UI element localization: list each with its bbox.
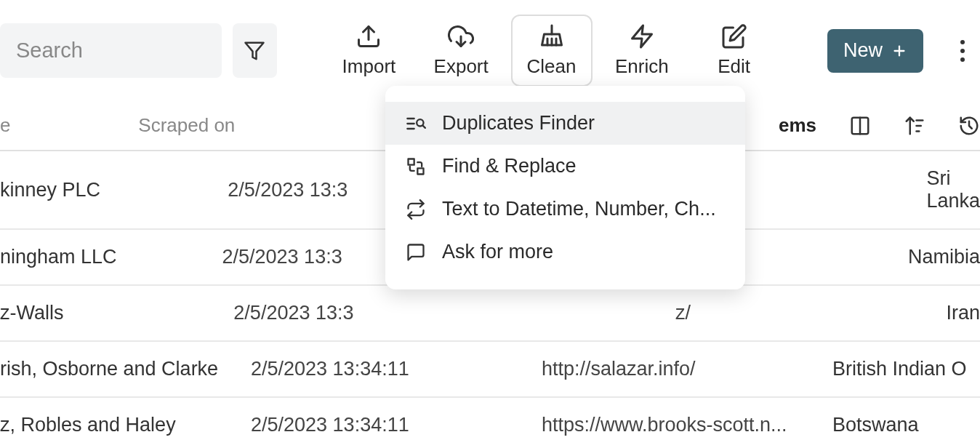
export-button[interactable]: Export	[419, 16, 504, 85]
dropdown-text-convert[interactable]: Text to Datetime, Number, Ch...	[385, 188, 745, 231]
cell-name: z-Walls	[0, 302, 233, 324]
svg-point-9	[960, 49, 965, 53]
edit-icon	[721, 23, 747, 49]
columns-icon[interactable]	[849, 115, 871, 137]
clean-button[interactable]: Clean	[511, 15, 593, 87]
dropdown-duplicates-finder[interactable]: Duplicates Finder	[385, 102, 745, 145]
filter-icon	[244, 40, 265, 62]
cell-country: Sri Lanka	[926, 167, 980, 212]
header-col-scraped[interactable]: Scraped on	[138, 114, 299, 137]
search-list-icon	[406, 113, 426, 134]
import-icon	[356, 23, 382, 49]
cell-scraped: 2/5/2023 13:3	[233, 302, 505, 324]
table-row[interactable]: rish, Osborne and Clarke2/5/2023 13:34:1…	[0, 342, 980, 398]
cell-name: ningham LLC	[0, 246, 222, 268]
svg-rect-22	[417, 168, 423, 174]
more-icon	[960, 39, 965, 63]
edit-button[interactable]: Edit	[691, 16, 776, 85]
cell-country: Namibia	[908, 246, 980, 268]
cell-country: Botswana	[832, 414, 980, 436]
clean-dropdown: Duplicates Finder Find & Replace Text to…	[385, 86, 745, 289]
cell-scraped: 2/5/2023 13:34:11	[251, 414, 542, 436]
svg-point-10	[960, 57, 965, 62]
svg-line-20	[422, 125, 425, 128]
dropdown-ask-more[interactable]: Ask for more	[385, 231, 745, 273]
export-icon	[448, 23, 474, 49]
import-button[interactable]: Import	[326, 16, 411, 85]
svg-rect-21	[409, 159, 414, 164]
cell-url: https://www.brooks-scott.n...	[542, 414, 832, 436]
table-row[interactable]: z, Robles and Haley2/5/2023 13:34:11http…	[0, 398, 980, 448]
header-col-name[interactable]: e	[0, 114, 138, 137]
header-ems: ems	[779, 114, 816, 137]
cell-url: http://salazar.info/	[542, 358, 832, 380]
message-icon	[406, 242, 426, 263]
clean-icon	[539, 23, 565, 49]
table-row[interactable]: z-Walls2/5/2023 13:3z/Iran	[0, 286, 980, 342]
dropdown-find-replace[interactable]: Find & Replace	[385, 145, 745, 188]
svg-marker-5	[632, 25, 651, 47]
enrich-icon	[629, 23, 655, 49]
search-input[interactable]	[0, 23, 222, 78]
cell-name: rish, Osborne and Clarke	[0, 358, 251, 380]
sort-icon[interactable]	[904, 115, 925, 137]
cell-name: kinney PLC	[0, 179, 228, 201]
more-button[interactable]	[945, 32, 980, 70]
convert-icon	[406, 199, 426, 220]
enrich-button[interactable]: Enrich	[600, 16, 685, 85]
cell-scraped: 2/5/2023 13:34:11	[251, 358, 542, 380]
new-button[interactable]: New	[827, 29, 923, 73]
cell-url: z/	[675, 302, 947, 324]
find-replace-icon	[406, 156, 426, 177]
cell-country: Iran	[946, 302, 980, 324]
plus-icon	[891, 43, 907, 59]
history-icon[interactable]	[958, 115, 980, 137]
header-icons	[849, 115, 980, 137]
svg-marker-0	[246, 42, 264, 59]
svg-point-8	[960, 40, 965, 44]
cell-country: British Indian O	[832, 358, 980, 380]
cell-name: z, Robles and Haley	[0, 414, 251, 436]
filter-button[interactable]	[233, 23, 277, 78]
